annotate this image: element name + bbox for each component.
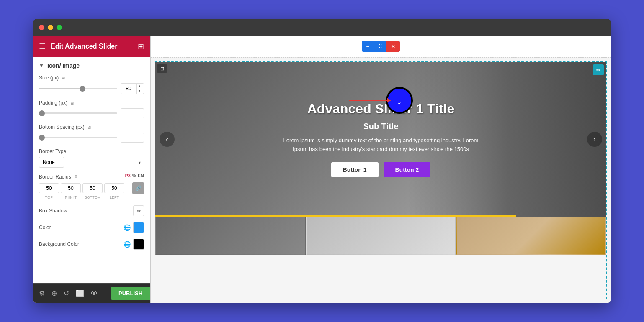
bg-color-globe-icon[interactable]: 🌐 <box>124 241 131 248</box>
download-icon-container: ↓ <box>349 87 413 114</box>
border-type-select[interactable]: None Solid Dashed Dotted <box>39 157 64 168</box>
thumbnail-3[interactable] <box>456 217 606 255</box>
size-spin-down[interactable]: ▼ <box>137 89 142 94</box>
slider-subtitle: Sub Title <box>363 122 398 131</box>
slider-button1[interactable]: Button 1 <box>331 162 379 177</box>
section-header: ▼ Icon/ Image <box>39 62 144 69</box>
close-ctrl-button[interactable]: ✕ <box>386 41 400 52</box>
arrow-pointer <box>349 100 387 101</box>
border-radius-label: Border Radius 🖥 <box>39 174 78 180</box>
size-slider-track[interactable] <box>39 88 117 89</box>
border-type-label: Border Type <box>39 148 144 154</box>
publish-button[interactable]: PUBLISH <box>111 287 150 300</box>
section-arrow[interactable]: ▼ <box>39 63 44 69</box>
padding-label: Padding (px) 🖥 <box>39 100 144 106</box>
slider-prev-button[interactable]: ‹ <box>160 132 175 147</box>
browser-content: ☰ Edit Advanced Slider ⊞ ▼ Icon/ Image S… <box>33 36 611 303</box>
panel-header: ☰ Edit Advanced Slider ⊞ <box>33 36 150 57</box>
layers-icon[interactable]: ⊕ <box>52 289 57 297</box>
br-bottom-input[interactable] <box>82 183 103 193</box>
slider-description: Lorem ipsum is simply dummy text of the … <box>276 136 486 154</box>
size-label: Size (px) 🖥 <box>39 75 144 81</box>
preview-icon[interactable]: 👁 <box>91 290 98 297</box>
padding-slider-track[interactable] <box>39 112 117 114</box>
padding-monitor-icon: 🖥 <box>70 101 74 105</box>
bottom-spacing-label: Bottom Spacing (px) 🖥 <box>39 124 144 130</box>
br-top-input[interactable] <box>39 183 59 193</box>
slider-button2[interactable]: Button 2 <box>384 162 431 177</box>
panel-body: ▼ Icon/ Image Size (px) 🖥 <box>33 57 150 283</box>
size-spin-up[interactable]: ▲ <box>137 84 142 89</box>
browser-titlebar <box>33 19 611 36</box>
panel-title: Edit Advanced Slider <box>51 43 133 50</box>
spacing-slider-track[interactable] <box>39 137 117 138</box>
add-ctrl-button[interactable]: + <box>362 41 374 52</box>
color-right: 🌐 <box>124 222 144 233</box>
size-input-field[interactable] <box>121 84 136 93</box>
box-shadow-edit-btn[interactable]: ✏ <box>133 205 144 216</box>
box-shadow-label: Box Shadow <box>39 208 67 214</box>
unit-em[interactable]: EM <box>138 174 144 178</box>
padding-slider-row <box>39 108 144 118</box>
slider-next-button[interactable]: › <box>587 132 602 147</box>
border-radius-row: 🔗 <box>39 182 144 194</box>
br-left-input[interactable] <box>104 183 124 193</box>
size-number-input[interactable]: ▲ ▼ <box>121 83 144 94</box>
unit-px[interactable]: PX <box>125 174 131 178</box>
unit-group: PX % EM <box>125 174 144 178</box>
thumbnail-2[interactable] <box>306 217 456 255</box>
border-radius-inputs <box>39 183 131 193</box>
bg-color-row: Background Color 🌐 <box>39 239 144 250</box>
box-shadow-field: Box Shadow ✏ <box>39 205 144 216</box>
padding-field: Padding (px) 🖥 <box>39 100 144 118</box>
bottom-toolbar: ⚙ ⊕ ↺ ⬜ 👁 PUBLISH ▲ <box>33 283 150 303</box>
dot-red[interactable] <box>39 25 44 30</box>
border-type-select-wrapper: None Solid Dashed Dotted <box>39 157 144 168</box>
br-right-label: RIGHT <box>61 195 81 199</box>
unit-pct[interactable]: % <box>132 174 136 178</box>
browser-window: ☰ Edit Advanced Slider ⊞ ▼ Icon/ Image S… <box>33 19 611 303</box>
column-handle[interactable]: ⊞ <box>157 64 167 73</box>
br-right-input[interactable] <box>61 183 81 193</box>
spacing-slider-row <box>39 133 144 143</box>
border-radius-field: Border Radius 🖥 PX % EM <box>39 174 144 199</box>
bg-color-swatch[interactable] <box>133 239 144 250</box>
color-row: Color 🌐 <box>39 222 144 233</box>
edit-corner-button[interactable]: ✏ <box>593 64 604 75</box>
element-controls: + ⠿ ✕ <box>362 41 399 52</box>
slider-content: Advanced Slider 1 Title Sub Title Lorem … <box>155 62 606 217</box>
thumbnails <box>155 217 606 255</box>
left-panel: ☰ Edit Advanced Slider ⊞ ▼ Icon/ Image S… <box>33 36 150 303</box>
grid-icon[interactable]: ⊞ <box>138 42 144 51</box>
padding-input[interactable] <box>121 108 144 118</box>
br-top-label: TOP <box>39 195 59 199</box>
hamburger-icon[interactable]: ☰ <box>39 42 46 51</box>
slider-wrapper: ⊞ ✏ ↓ <box>155 61 607 299</box>
color-swatch[interactable] <box>133 222 144 233</box>
br-bottom-label: BOTTOM <box>82 195 103 199</box>
slider-buttons: Button 1 Button 2 <box>331 162 431 177</box>
dot-yellow[interactable] <box>48 25 53 30</box>
link-button[interactable]: 🔗 <box>132 182 144 194</box>
spacing-input[interactable] <box>121 133 144 143</box>
main-area: + ⠿ ✕ ⊞ ✏ <box>151 36 611 303</box>
history-icon[interactable]: ↺ <box>64 289 69 297</box>
settings-icon[interactable]: ⚙ <box>39 289 45 297</box>
color-globe-icon[interactable]: 🌐 <box>124 224 131 231</box>
border-type-select-row: None Solid Dashed Dotted <box>39 157 144 168</box>
drag-ctrl-button[interactable]: ⠿ <box>374 41 386 52</box>
size-field: Size (px) 🖥 ▲ ▼ <box>39 75 144 94</box>
main-top-bar: + ⠿ ✕ <box>151 36 611 57</box>
spacing-monitor-icon: 🖥 <box>87 125 91 130</box>
bg-color-right: 🌐 <box>124 239 144 250</box>
outer-wrapper: ⊞ ✏ ↓ <box>151 57 611 303</box>
slider-main: ↓ Advanced Slider 1 Title Sub Title Lore… <box>155 62 606 217</box>
thumbnail-1[interactable] <box>155 217 306 255</box>
device-icon[interactable]: ⬜ <box>76 289 84 297</box>
border-type-field: Border Type None Solid Dashed Dotted <box>39 148 144 168</box>
dot-green[interactable] <box>57 25 62 30</box>
size-slider-row: ▲ ▼ <box>39 83 144 94</box>
bg-color-label: Background Color <box>39 241 79 247</box>
monitor-icon: 🖥 <box>61 76 65 80</box>
br-left-label: LEFT <box>104 195 124 199</box>
